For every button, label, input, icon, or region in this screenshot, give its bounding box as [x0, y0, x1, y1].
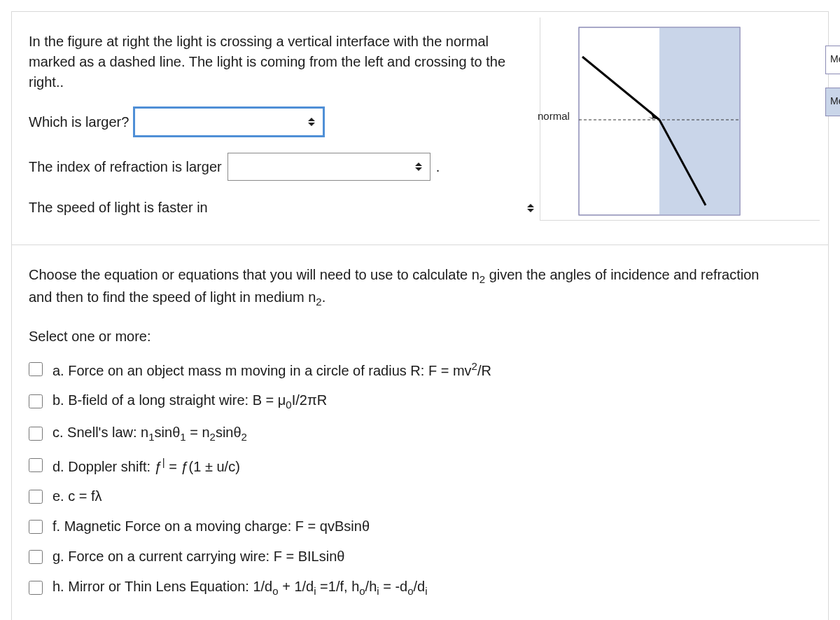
option-c-checkbox[interactable]: [29, 427, 43, 441]
trailing-period: .: [436, 157, 440, 177]
chevron-up-icon: [527, 204, 534, 207]
medium-n1-text: Medium n: [830, 53, 840, 64]
spinner-icon: [414, 160, 423, 174]
index-refraction-label: The index of refraction is larger: [29, 157, 222, 177]
option-e: e. c = fλ: [29, 481, 811, 511]
question-2-block: Choose the equation or equations that yo…: [11, 245, 829, 620]
q2-intro-part-a: Choose the equation or equations that yo…: [29, 267, 479, 282]
q1-intro-text: In the figure at right the light is cros…: [29, 32, 533, 92]
option-a: a. Force on an object mass m moving in a…: [29, 354, 811, 386]
medium-n2-box: Medium n2: [825, 88, 840, 116]
option-c: c. Snell's law: n1sinθ1 = n2sinθ2: [29, 418, 811, 450]
index-refraction-select[interactable]: [227, 153, 430, 181]
q1-row-speed-of-light: The speed of light is faster in: [29, 198, 534, 218]
q2-intro-part-c: .: [322, 289, 326, 305]
option-b-label: b. B-field of a long straight wire: B = …: [52, 390, 327, 413]
option-f: f. Magnetic Force on a moving charge: F …: [29, 511, 811, 542]
option-g-label: g. Force on a current carrying wire: F =…: [52, 546, 344, 567]
which-larger-select[interactable]: [134, 108, 323, 136]
option-h-label: h. Mirror or Thin Lens Equation: 1/do + …: [52, 577, 428, 599]
q2-intro-sub1: 2: [479, 273, 485, 285]
chevron-down-icon: [415, 167, 422, 171]
chevron-down-icon: [527, 209, 534, 212]
option-d: d. Doppler shift: ƒ| = ƒ(1 ± u/c): [29, 450, 811, 482]
normal-label: normal: [538, 109, 570, 124]
option-h: h. Mirror or Thin Lens Equation: 1/do + …: [29, 572, 811, 604]
option-f-checkbox[interactable]: [29, 520, 43, 534]
option-h-checkbox[interactable]: [29, 581, 43, 595]
option-b: b. B-field of a long straight wire: B = …: [29, 385, 811, 418]
q1-row-which-larger: Which is larger?: [29, 108, 534, 136]
options-list: a. Force on an object mass m moving in a…: [29, 354, 811, 605]
option-a-checkbox[interactable]: [29, 362, 43, 376]
option-e-label: e. c = fλ: [52, 486, 102, 507]
which-larger-label: Which is larger?: [29, 112, 129, 132]
option-e-checkbox[interactable]: [29, 490, 43, 504]
speed-of-light-label: The speed of light is faster in: [29, 198, 208, 218]
option-a-label: a. Force on an object mass m moving in a…: [52, 359, 491, 381]
q2-intro-sub2: 2: [316, 296, 321, 308]
chevron-up-icon: [308, 118, 315, 121]
option-g-checkbox[interactable]: [29, 550, 43, 564]
q2-intro-text: Choose the equation or equations that yo…: [29, 265, 771, 310]
medium-n2-text: Medium n: [830, 95, 840, 106]
select-one-or-more-label: Select one or more:: [29, 326, 811, 347]
option-c-label: c. Snell's law: n1sinθ1 = n2sinθ2: [52, 422, 247, 445]
speed-of-light-select[interactable]: [527, 204, 534, 212]
spinner-icon: [307, 115, 316, 129]
option-g: g. Force on a current carrying wire: F =…: [29, 542, 811, 572]
q1-row-index-refraction: The index of refraction is larger .: [29, 153, 534, 181]
option-d-checkbox[interactable]: [29, 458, 43, 472]
question-1-block: In the figure at right the light is cros…: [11, 11, 829, 245]
q1-text-column: In the figure at right the light is cros…: [29, 32, 534, 235]
chevron-up-icon: [415, 163, 422, 166]
svg-rect-1: [659, 27, 740, 215]
refraction-figure: normal Medium n1 Medium n2: [540, 18, 820, 221]
option-d-label: d. Doppler shift: ƒ| = ƒ(1 ± u/c): [52, 455, 240, 477]
refraction-svg: [540, 18, 820, 221]
option-f-label: f. Magnetic Force on a moving charge: F …: [52, 516, 370, 537]
chevron-down-icon: [308, 123, 315, 126]
option-b-checkbox[interactable]: [29, 394, 43, 408]
medium-n1-box: Medium n1: [825, 46, 840, 74]
q1-layout: In the figure at right the light is cros…: [29, 32, 811, 235]
